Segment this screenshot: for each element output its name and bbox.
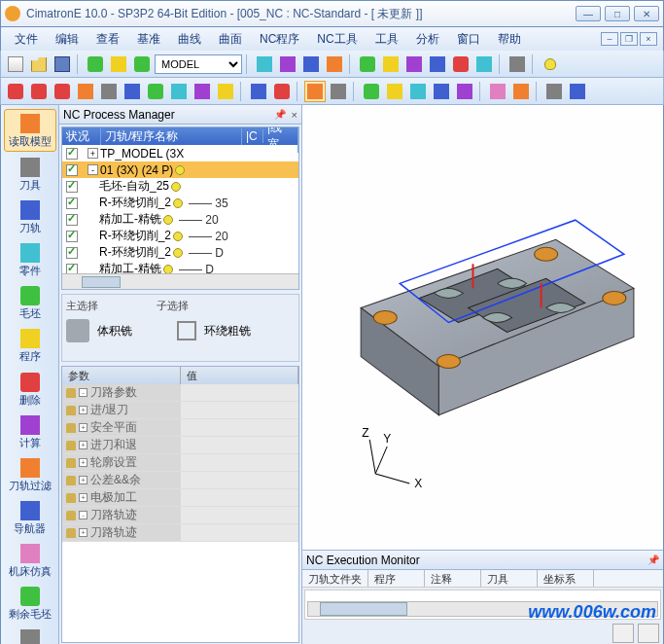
param-row[interactable]: -刀路轨迹 [62,507,298,524]
tree-row[interactable]: -01 (3X) (24 P) [62,161,298,178]
bulb-icon[interactable] [173,232,183,241]
pin-icon[interactable]: 📌 [274,109,286,120]
check-icon[interactable] [66,264,78,274]
cam-btn-9[interactable] [192,81,213,102]
menu-curve[interactable]: 曲线 [170,29,209,50]
tree-row[interactable]: R-环绕切削_2—— 20 [62,228,298,244]
open-button[interactable] [28,54,50,75]
sidebar-item-8[interactable]: 刀轨过滤 [4,454,56,495]
cam-btn-16[interactable] [407,81,429,102]
cam-btn-11[interactable] [248,81,269,102]
exec-scroll-thumb[interactable] [320,602,407,616]
exec-hdr-1[interactable]: 程序 [368,570,425,587]
tb-btn-4[interactable] [324,54,345,75]
exec-pin-icon[interactable]: 📌 [647,555,659,565]
bulb-icon[interactable] [171,182,181,192]
tb-btn-8[interactable] [427,54,448,75]
hdr-status[interactable]: 状况 [62,128,101,145]
sidebar-item-12[interactable]: 刀轨编辑 [4,626,56,644]
param-row[interactable]: +进刀和退 [62,437,298,454]
menu-view[interactable]: 查看 [88,29,127,50]
sidebar-item-4[interactable]: 毛坯 [4,282,56,323]
param-row[interactable]: +进/退刀 [62,402,298,419]
sidebar-item-7[interactable]: 计算 [4,411,56,452]
expand-icon[interactable]: + [79,406,87,414]
volume-mill-icon[interactable] [66,319,89,342]
hdr-lw[interactable]: |线宽 [263,126,298,153]
param-row[interactable]: +电极加工 [62,489,298,507]
check-icon[interactable] [66,148,78,160]
param-row[interactable]: +刀路轨迹 [62,524,298,542]
exec-btn-2[interactable] [638,624,659,643]
bulb-icon[interactable] [175,165,185,175]
param-row[interactable]: -刀路参数 [62,384,298,402]
cam-btn-5[interactable] [98,81,120,102]
sidebar-item-5[interactable]: 程序 [4,325,56,366]
tb-btn-11[interactable] [507,54,528,75]
expand-icon[interactable]: + [79,441,87,449]
exec-hdr-4[interactable]: 坐标系 [538,570,594,587]
sidebar-item-9[interactable]: 导航器 [4,497,56,538]
bulb-button[interactable] [540,54,561,75]
cam-btn-21[interactable] [543,81,565,102]
check-icon[interactable] [66,197,78,209]
scroll-thumb[interactable] [82,276,121,288]
tb-btn-2[interactable] [277,54,298,75]
expand-icon[interactable]: + [79,423,87,432]
tree-row[interactable]: R-环绕切削_2—— 35 [62,195,298,211]
cam-btn-7[interactable] [145,81,166,102]
model-select[interactable]: MODEL [155,54,242,74]
sidebar-item-10[interactable]: 机床仿真 [4,540,56,581]
check-icon[interactable] [66,231,78,242]
bulb-icon[interactable] [163,215,173,225]
sidebar-item-11[interactable]: 剩余毛坯 [4,583,56,624]
check-icon[interactable] [66,247,78,259]
contour-rough-icon[interactable] [177,321,196,340]
expand-icon[interactable]: + [79,528,87,537]
tag-button[interactable] [131,54,153,75]
cam-btn-4[interactable] [75,81,96,102]
check-icon[interactable] [66,164,78,176]
undo-button[interactable] [85,54,106,75]
mdi-close[interactable]: × [640,32,657,46]
bulb-icon[interactable] [173,198,183,208]
tb-btn-3[interactable] [300,54,322,75]
tb-btn-9[interactable] [450,54,472,75]
sidebar-item-6[interactable]: 删除 [4,369,56,410]
cam-btn-6[interactable] [122,81,143,102]
redo-button[interactable] [108,54,129,75]
tb-btn-5[interactable] [357,54,378,75]
3d-viewport[interactable]: X Y Z [302,105,663,550]
menu-edit[interactable]: 编辑 [48,29,87,50]
cam-btn-13[interactable] [328,81,349,102]
expand-icon[interactable]: - [79,511,87,519]
cam-btn-10[interactable] [215,81,236,102]
cam-btn-17[interactable] [431,81,452,102]
expand-icon[interactable]: - [79,388,87,397]
mdi-restore[interactable]: ❐ [620,32,638,46]
tree-row[interactable]: 毛坯-自动_25 [62,178,298,195]
bulb-icon[interactable] [173,248,183,258]
tb-btn-7[interactable] [403,54,425,75]
exec-btn-1[interactable] [612,624,634,643]
cam-btn-18[interactable] [454,81,475,102]
exec-hdr-0[interactable]: 刀轨文件夹 [302,570,368,587]
expand-icon[interactable]: + [79,458,87,467]
expand-icon[interactable]: + [79,493,87,502]
tree-body[interactable]: +TP_MODEL (3X-01 (3X) (24 P)毛坯-自动_25R-环绕… [62,145,298,273]
tb-btn-6[interactable] [380,54,402,75]
exec-hdr-2[interactable]: 注释 [425,570,481,587]
cam-btn-12[interactable] [271,81,293,102]
cam-btn-1[interactable] [5,81,26,102]
menu-nctool[interactable]: NC工具 [309,29,365,50]
tb-btn-1[interactable] [254,54,275,75]
cam-btn-15[interactable] [384,81,405,102]
param-row[interactable]: +公差&&余 [62,472,298,489]
tree-scrollbar[interactable] [62,273,298,289]
menu-window[interactable]: 窗口 [449,29,488,50]
param-row[interactable]: +安全平面 [62,419,298,437]
menu-ncprogram[interactable]: NC程序 [252,29,307,50]
expand-icon[interactable]: + [87,148,98,159]
param-hdr-value[interactable]: 值 [181,367,299,384]
exec-hdr-3[interactable]: 刀具 [481,570,538,587]
